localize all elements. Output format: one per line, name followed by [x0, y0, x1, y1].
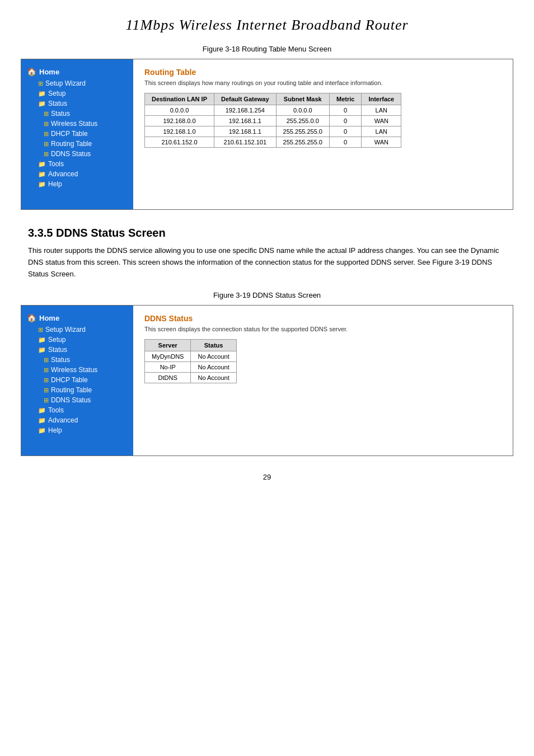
status-page-icon2: ⊞	[44, 356, 49, 364]
table-cell: No Account	[191, 362, 236, 373]
sidebar1-home[interactable]: 🏠 Home	[21, 65, 133, 78]
ddns-status-icon: ⊞	[44, 151, 49, 158]
sidebar2-item-tools[interactable]: 📁 Tools	[21, 405, 133, 415]
sidebar2-item-label: DDNS Status	[51, 396, 91, 404]
status-folder-icon: 📁	[38, 100, 46, 107]
status-page-icon: ⊞	[44, 110, 49, 118]
table-cell: 255.255.255.0	[276, 137, 329, 148]
sidebar1-item-label: Wireless Status	[51, 120, 97, 128]
routing-table-data: Destination LAN IP Default Gateway Subne…	[144, 93, 401, 148]
table-row: 192.168.1.0192.168.1.1255.255.255.00LAN	[145, 126, 401, 137]
table-cell: 0	[329, 137, 361, 148]
section-35-body: This router supports the DDNS service al…	[17, 245, 517, 291]
sidebar1: 🏠 Home ⊞ Setup Wizard 📁 Setup 📁 Status ⊞…	[21, 59, 133, 209]
col-metric: Metric	[329, 93, 361, 105]
table-cell: WAN	[362, 116, 401, 126]
sidebar2-item-status[interactable]: ⊞ Status	[21, 355, 133, 365]
sidebar2-item-wireless-status[interactable]: ⊞ Wireless Status	[21, 365, 133, 375]
help-folder-icon: 📁	[38, 181, 46, 188]
table-cell: 0.0.0.0	[276, 105, 329, 116]
setup-wizard-icon2: ⊞	[38, 326, 43, 334]
sidebar1-item-dhcp-table[interactable]: ⊞ DHCP Table	[21, 129, 133, 139]
ddns-status-content: DDNS Status This screen displays the con…	[133, 306, 513, 456]
setup-wizard-icon: ⊞	[38, 80, 43, 87]
table-cell: LAN	[362, 105, 401, 116]
sidebar2-item-setup[interactable]: 📁 Setup	[21, 335, 133, 345]
table-cell: 192.168.1.1	[214, 126, 277, 137]
advanced-folder-icon: 📁	[38, 171, 46, 178]
sidebar1-item-ddns-status[interactable]: ⊞ DDNS Status	[21, 149, 133, 159]
section-35-heading: 3.3.5 DDNS Status Screen	[17, 227, 517, 240]
table-cell: 0	[329, 126, 361, 137]
sidebar2-item-setup-wizard[interactable]: ⊞ Setup Wizard	[21, 325, 133, 335]
sidebar1-item-tools[interactable]: 📁 Tools	[21, 159, 133, 169]
col-dest-lan-ip: Destination LAN IP	[145, 93, 214, 105]
status-folder-icon2: 📁	[38, 346, 46, 354]
sidebar1-item-label: Help	[48, 180, 62, 188]
ddns-status-panel: 🏠 Home ⊞ Setup Wizard 📁 Setup 📁 Status ⊞…	[21, 305, 513, 456]
sidebar1-item-label: Tools	[48, 160, 64, 168]
table-cell: WAN	[362, 137, 401, 148]
table-cell: LAN	[362, 126, 401, 137]
sidebar2-item-routing-table[interactable]: ⊞ Routing Table	[21, 385, 133, 395]
sidebar2-home[interactable]: 🏠 Home	[21, 311, 133, 325]
page-title: 11Mbps Wireless Internet Broadband Route…	[0, 0, 534, 45]
sidebar1-item-setup[interactable]: 📁 Setup	[21, 88, 133, 98]
sidebar1-item-label: Status	[51, 110, 70, 118]
table-cell: DtDNS	[145, 373, 191, 383]
home-icon: 🏠	[27, 67, 36, 76]
figure1-caption: Figure 3-18 Routing Table Menu Screen	[0, 45, 534, 53]
sidebar1-item-label: Status	[48, 100, 67, 107]
sidebar1-item-label: Setup Wizard	[45, 79, 86, 87]
table-cell: 0	[329, 105, 361, 116]
sidebar1-item-routing-table[interactable]: ⊞ Routing Table	[21, 139, 133, 149]
figure2-caption: Figure 3-19 DDNS Status Screen	[0, 291, 534, 299]
sidebar2-item-label: Setup Wizard	[45, 326, 86, 334]
sidebar2-item-status-group[interactable]: 📁 Status	[21, 345, 133, 355]
sidebar1-item-help[interactable]: 📁 Help	[21, 179, 133, 189]
tools-folder-icon2: 📁	[38, 407, 46, 414]
table-cell: 210.61.152.0	[145, 137, 214, 148]
table-row: DtDNSNo Account	[145, 373, 237, 383]
table-row: 210.61.152.0210.61.152.101255.255.255.00…	[145, 137, 401, 148]
routing-table-icon: ⊞	[44, 140, 49, 148]
sidebar2-item-label: Wireless Status	[51, 366, 97, 374]
sidebar1-item-wireless-status[interactable]: ⊞ Wireless Status	[21, 119, 133, 129]
tools-folder-icon: 📁	[38, 161, 46, 168]
sidebar2-item-help[interactable]: 📁 Help	[21, 425, 133, 435]
ddns-status-title: DDNS Status	[144, 314, 502, 323]
table-cell: 192.168.1.254	[214, 105, 277, 116]
col-default-gw: Default Gateway	[214, 93, 277, 105]
sidebar1-item-label: DDNS Status	[51, 150, 91, 158]
sidebar2-item-label: Setup	[48, 336, 65, 344]
advanced-folder-icon2: 📁	[38, 417, 46, 424]
home-icon2: 🏠	[27, 313, 36, 322]
col-interface: Interface	[362, 93, 401, 105]
table-cell: No Account	[191, 351, 236, 362]
table-cell: 0	[329, 116, 361, 126]
table-cell: MyDynDNS	[145, 351, 191, 362]
sidebar2-item-dhcp-table[interactable]: ⊞ DHCP Table	[21, 375, 133, 385]
routing-table-content: Routing Table This screen displays how m…	[133, 59, 513, 209]
dhcp-table-icon2: ⊞	[44, 377, 49, 384]
sidebar2-item-label: Routing Table	[51, 386, 92, 394]
ddns-status-icon2: ⊞	[44, 397, 49, 404]
sidebar1-item-setup-wizard[interactable]: ⊞ Setup Wizard	[21, 78, 133, 88]
ddns-status-data: Server Status MyDynDNSNo AccountNo-IPNo …	[144, 339, 237, 383]
table-cell: 0.0.0.0	[145, 105, 214, 116]
col-server: Server	[145, 340, 191, 351]
sidebar2-item-ddns-status[interactable]: ⊞ DDNS Status	[21, 395, 133, 405]
table-cell: 192.168.0.0	[145, 116, 214, 126]
wireless-status-icon: ⊞	[44, 120, 49, 128]
routing-table-icon2: ⊞	[44, 387, 49, 394]
sidebar1-item-advanced[interactable]: 📁 Advanced	[21, 169, 133, 179]
table-cell: 255.255.255.0	[276, 126, 329, 137]
sidebar2-item-advanced[interactable]: 📁 Advanced	[21, 415, 133, 425]
sidebar1-item-status[interactable]: ⊞ Status	[21, 109, 133, 119]
sidebar2-item-label: Status	[48, 346, 67, 354]
sidebar1-item-label: Setup	[48, 90, 65, 97]
sidebar2-item-label: Help	[48, 426, 62, 434]
sidebar1-item-label: DHCP Table	[51, 130, 88, 138]
routing-table-title: Routing Table	[144, 68, 502, 77]
sidebar1-item-status-group[interactable]: 📁 Status	[21, 98, 133, 109]
